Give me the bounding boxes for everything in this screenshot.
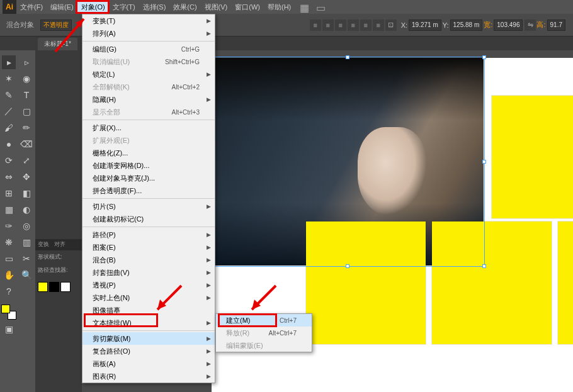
w-field[interactable]: 103.496: [494, 20, 523, 31]
tab-align[interactable]: 对齐: [52, 239, 68, 250]
menu-separator: [82, 227, 215, 227]
shape-builder-icon[interactable]: ⊞: [2, 186, 16, 200]
menu-item-24[interactable]: 透视(P)▶: [82, 279, 215, 291]
menu-item-22[interactable]: 混合(B)▶: [82, 254, 215, 266]
align-right-icon[interactable]: ≡: [335, 20, 346, 31]
menu-select[interactable]: 选择(S): [139, 0, 170, 14]
graph-tool-icon[interactable]: ▥: [20, 235, 33, 249]
menu-item-15[interactable]: 拼合透明度(F)...: [82, 184, 215, 197]
h-label: 高:: [536, 20, 545, 30]
menu-file[interactable]: 文件(F): [16, 0, 47, 14]
swatch-yellow[interactable]: [38, 282, 48, 292]
align-center-icon[interactable]: ≡: [322, 20, 334, 31]
lasso-tool-icon[interactable]: ◉: [20, 72, 33, 86]
eyedropper-tool-icon[interactable]: ✑: [2, 219, 16, 233]
menu-item-0[interactable]: 变换(T)▶: [82, 14, 215, 27]
menu-item-29[interactable]: 剪切蒙版(M)▶: [82, 332, 215, 345]
menu-item-13[interactable]: 创建渐变网格(D)...: [82, 159, 215, 172]
help-tool-icon[interactable]: ?: [2, 284, 16, 298]
menu-window[interactable]: 窗口(W): [231, 0, 264, 14]
h-field[interactable]: 91.7: [547, 20, 565, 31]
menu-item-3[interactable]: 编组(G)Ctrl+G: [82, 43, 215, 55]
menu-item-12[interactable]: 栅格化(Z)...: [82, 147, 215, 159]
pen-tool-icon[interactable]: ✎: [2, 88, 16, 102]
menu-type[interactable]: 文字(T): [109, 0, 139, 14]
swatch-white[interactable]: [60, 282, 71, 292]
tools-panel-left: ▸ ✶ ✎ ／ 🖌 ● ⟳ ⇔ ⊞ ▦ ✑ ❋ ▭ ✋ ? ▣: [0, 50, 18, 392]
menu-item-label: 锁定(L): [93, 70, 115, 79]
x-field[interactable]: 19.271 m: [409, 20, 441, 31]
link-wh-icon[interactable]: ⇋: [525, 20, 536, 31]
menu-item-30[interactable]: 复合路径(O)▶: [82, 345, 215, 357]
rect-tool-icon[interactable]: ▢: [20, 104, 33, 118]
menu-help[interactable]: 帮助(H): [264, 0, 295, 14]
hand-tool-icon[interactable]: ✋: [2, 268, 16, 282]
menu-item-5[interactable]: 锁定(L)▶: [82, 68, 215, 81]
menu-item-27[interactable]: 文本绕排(W)▶: [82, 316, 215, 329]
menu-item-21[interactable]: 图案(E)▶: [82, 241, 215, 254]
menu-item-20[interactable]: 路径(P)▶: [82, 228, 215, 241]
document-tab[interactable]: 未标题-1*: [38, 38, 77, 50]
mini-swatches: [38, 282, 79, 292]
zoom-tool-icon[interactable]: 🔍: [20, 268, 33, 282]
arrange-icon[interactable]: ▭: [316, 2, 326, 12]
menu-item-1[interactable]: 排列(A)▶: [82, 27, 215, 40]
submenu-arrow-icon: ▶: [207, 282, 211, 288]
screen-mode-icon[interactable]: ▣: [2, 322, 16, 336]
bridge-icon[interactable]: ▦: [300, 2, 310, 12]
swatch-black[interactable]: [49, 282, 59, 292]
blob-tool-icon[interactable]: ●: [2, 137, 16, 151]
free-transform-icon[interactable]: ✥: [20, 170, 33, 184]
align-bottom-icon[interactable]: ≡: [373, 20, 384, 31]
mesh-tool-icon[interactable]: ▦: [2, 203, 16, 216]
submenu-arrow-icon: ▶: [207, 203, 211, 210]
menu-view[interactable]: 视图(V): [201, 0, 232, 14]
type-tool-icon[interactable]: T: [20, 88, 33, 102]
selection-tool-icon[interactable]: ▸: [2, 55, 16, 69]
menu-item-10[interactable]: 扩展(X)...: [82, 121, 215, 134]
slice-tool-icon[interactable]: ✂: [20, 252, 33, 266]
transform-icon[interactable]: ⊡: [385, 20, 397, 31]
menu-edit[interactable]: 编辑(E): [47, 0, 77, 14]
color-swatches[interactable]: [1, 305, 16, 320]
scale-tool-icon[interactable]: ⤢: [20, 154, 33, 167]
align-left-icon[interactable]: ≡: [310, 20, 321, 31]
submenu-arrow-icon: ▶: [207, 244, 211, 250]
menu-item-25[interactable]: 实时上色(N)▶: [82, 291, 215, 304]
fg-swatch[interactable]: [1, 305, 10, 313]
brush-tool-icon[interactable]: 🖌: [2, 121, 16, 135]
menu-item-26[interactable]: 图像描摹: [82, 304, 215, 316]
menu-item-18[interactable]: 创建裁切标记(C): [82, 213, 215, 225]
artboard-tool-icon[interactable]: ▭: [2, 252, 16, 266]
opacity-button[interactable]: 不透明度: [40, 20, 72, 31]
yellow-rect-3[interactable]: [558, 221, 573, 344]
width-tool-icon[interactable]: ⇔: [2, 170, 16, 184]
menu-item-31[interactable]: 画板(A)▶: [82, 357, 215, 370]
submenu-item-0[interactable]: 建立(M)Ctrl+7: [216, 314, 312, 327]
rotate-tool-icon[interactable]: ⟳: [2, 154, 16, 167]
gradient-tool-icon[interactable]: ◐: [20, 203, 33, 216]
menu-effect[interactable]: 效果(C): [169, 0, 200, 14]
eraser-tool-icon[interactable]: ⌫: [20, 137, 33, 151]
menu-item-17[interactable]: 切片(S)▶: [82, 200, 215, 213]
magic-wand-tool-icon[interactable]: ✶: [2, 72, 16, 86]
align-top-icon[interactable]: ≡: [348, 20, 359, 31]
tab-transform[interactable]: 变换: [35, 239, 52, 250]
blend-tool-icon[interactable]: ◎: [20, 219, 33, 233]
yellow-rect-4[interactable]: [492, 96, 573, 218]
line-tool-icon[interactable]: ／: [2, 104, 16, 118]
menu-object[interactable]: 对象(O): [77, 0, 109, 14]
submenu-shortcut: Alt+Ctrl+7: [269, 330, 297, 337]
y-field[interactable]: 125.88 m: [450, 20, 483, 31]
align-middle-icon[interactable]: ≡: [360, 20, 372, 31]
menu-item-14[interactable]: 创建对象马赛克(J)...: [82, 172, 215, 184]
pencil-tool-icon[interactable]: ✏: [20, 121, 33, 135]
menu-item-7[interactable]: 隐藏(H)▶: [82, 93, 215, 106]
symbol-tool-icon[interactable]: ❋: [2, 235, 16, 249]
menu-item-23[interactable]: 封套扭曲(V)▶: [82, 266, 215, 279]
direct-select-tool-icon[interactable]: ▹: [20, 55, 33, 69]
menu-item-label: 显示全部: [93, 108, 120, 117]
perspective-tool-icon[interactable]: ◧: [20, 186, 33, 200]
menu-item-32[interactable]: 图表(R)▶: [82, 370, 215, 383]
properties-panel: 变换 对齐 形状模式: 路径查找器:: [35, 50, 82, 392]
